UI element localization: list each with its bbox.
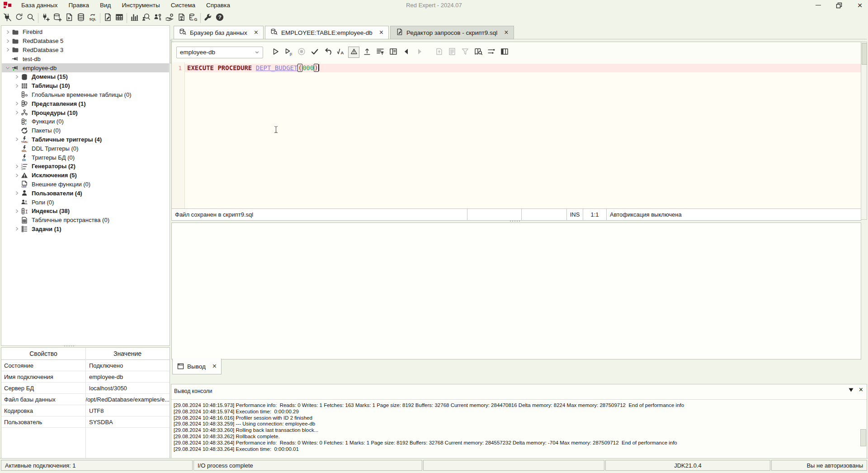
rollback-button[interactable] (322, 47, 333, 58)
chevron-down-icon[interactable] (5, 66, 11, 70)
tree-item[interactable]: Пакеты (0) (2, 126, 169, 135)
chevron-right-icon[interactable] (14, 227, 20, 231)
tree-item[interactable]: Firebird (2, 28, 169, 37)
tree-item[interactable]: employee-db (2, 63, 169, 72)
tree-item[interactable]: Роли (0) (2, 198, 169, 207)
warning-toggle-button[interactable] (348, 47, 359, 58)
tree-item[interactable]: Табличные пространства (0) (2, 216, 169, 225)
status-authorization: Вы не авторизованы (771, 460, 867, 471)
chevron-right-icon[interactable] (14, 173, 20, 178)
menu-item[interactable]: Вид (94, 0, 116, 10)
close-icon[interactable]: × (212, 363, 217, 369)
run-profiler-button[interactable]: p (283, 47, 294, 58)
document-tab[interactable]: Браузер баз данных× (174, 26, 264, 39)
menu-item[interactable]: Инструменты (116, 0, 165, 10)
chevron-right-icon[interactable] (14, 84, 20, 88)
minimize-icon[interactable] (815, 2, 822, 9)
new-script-button[interactable] (63, 12, 75, 24)
commit-button[interactable] (309, 47, 320, 58)
query-editor-button[interactable] (102, 12, 113, 24)
previous-button[interactable] (401, 47, 412, 58)
chevron-right-icon[interactable] (14, 209, 20, 213)
format-sql-button[interactable] (374, 47, 386, 58)
chevron-right-icon[interactable] (5, 30, 11, 34)
close-console-icon[interactable]: × (859, 387, 863, 393)
close-icon[interactable]: × (856, 2, 863, 9)
close-icon[interactable]: × (254, 29, 258, 36)
tree-item[interactable]: RedDatabase 3 (2, 46, 169, 55)
statistics-button[interactable] (128, 12, 140, 24)
chevron-right-icon[interactable] (5, 39, 11, 43)
check-syntax-button[interactable]: A (335, 47, 346, 58)
document-tab[interactable]: Редактор запросов - скрипт9.sql× (390, 26, 514, 39)
new-connection-button[interactable] (40, 12, 52, 24)
collapse-triangle-icon[interactable] (849, 388, 854, 392)
editor-layout-button[interactable] (387, 47, 399, 58)
grant-manager-button[interactable] (164, 12, 175, 24)
user-manager-button[interactable] (152, 12, 164, 24)
tree-item[interactable]: DDLDDL Триггеры (0) (2, 144, 169, 153)
export-up-button[interactable] (361, 47, 373, 58)
document-tab[interactable]: EMPLOYEE:TABLE:employee-db× (265, 26, 389, 39)
tree-item[interactable]: XyФункции (0) (2, 117, 169, 126)
help-button[interactable]: ? (214, 12, 226, 24)
tree-item[interactable]: test-db (2, 54, 169, 63)
find-button[interactable] (25, 12, 37, 24)
menu-item[interactable]: Правка (63, 0, 94, 10)
chevron-right-icon[interactable] (14, 164, 20, 169)
view-options-button[interactable] (486, 47, 497, 58)
reload-button[interactable] (13, 12, 25, 24)
create-database-button[interactable] (52, 12, 63, 24)
generator-g-button[interactable]: G (187, 12, 199, 24)
tree-item[interactable]: Домены (15) (2, 72, 169, 81)
tree-item[interactable]: RedDatabase 5 (2, 37, 169, 46)
find-in-editor-button[interactable] (472, 47, 484, 58)
split-columns-button[interactable] (499, 47, 510, 58)
table-data-button[interactable] (113, 12, 125, 24)
export-data-button[interactable] (175, 12, 187, 24)
restore-icon[interactable] (835, 2, 843, 9)
tree-item[interactable]: Процедуры (10) (2, 108, 169, 117)
tree-item[interactable]: Представления (1) (2, 99, 169, 108)
tree-item[interactable]: Таблицы (10) (2, 81, 169, 90)
tree-item[interactable]: Задачи (1) (2, 225, 169, 234)
tree-item[interactable]: DBТриггеры БД (0) (2, 153, 169, 162)
disconnect-button[interactable] (1, 12, 13, 24)
editor-scrollbar[interactable] (861, 42, 867, 220)
results-tab-output[interactable]: Вывод × (172, 359, 222, 374)
chevron-right-icon[interactable] (14, 137, 20, 142)
tree-item-label: DDL Триггеры (0) (32, 145, 78, 152)
close-icon[interactable]: × (504, 29, 508, 36)
system-database-button[interactable] (75, 12, 87, 24)
menu-item[interactable]: База данных (16, 0, 63, 10)
connection-select[interactable]: employee-db (176, 47, 263, 58)
sql-procedure-link[interactable]: DEPT_BUDGET (256, 64, 298, 71)
tree-item[interactable]: 123Генераторы (2) (2, 162, 169, 171)
console-scrollbar-thumb[interactable] (860, 429, 866, 446)
preferences-button[interactable] (202, 12, 214, 24)
chevron-right-icon[interactable] (14, 75, 20, 79)
plug-connected-icon (11, 64, 20, 71)
menu-item[interactable]: Справка (201, 0, 236, 10)
results-splitter-grip[interactable] (510, 221, 520, 222)
chevron-right-icon[interactable] (14, 101, 20, 106)
close-icon[interactable]: × (379, 29, 383, 36)
tree-item[interactable]: Пользователи (4) (2, 189, 169, 198)
tree-item[interactable]: GГлобальные временные таблицы (0) (2, 90, 169, 99)
run-button[interactable] (269, 47, 281, 58)
console-log[interactable]: [29.08.2024 10:48:15.973] Performance in… (174, 402, 859, 458)
chevron-right-icon[interactable] (14, 191, 20, 195)
tree-item[interactable]: UDFВнешние функции (0) (2, 180, 169, 189)
chevron-right-icon[interactable] (5, 47, 11, 52)
menu-item[interactable]: Система (165, 0, 201, 10)
horizontal-splitter-grip[interactable] (64, 345, 74, 346)
tree-item[interactable]: Исключения (5) (2, 171, 169, 180)
tree-item-label: Домены (15) (32, 73, 68, 80)
chevron-right-icon[interactable] (14, 110, 20, 115)
open-sql-script-button[interactable]: SQL (87, 12, 99, 24)
trace-manager-button[interactable] (140, 12, 152, 24)
tree-item[interactable]: IИндексы (38) (2, 207, 169, 216)
editor-scrollbar-thumb[interactable] (862, 43, 867, 65)
tree-item[interactable]: TABLEТабличные триггеры (4) (2, 135, 169, 144)
sql-editor[interactable]: 1 EXECUTE PROCEDURE DEPT_BUDGET(000) (172, 62, 861, 209)
